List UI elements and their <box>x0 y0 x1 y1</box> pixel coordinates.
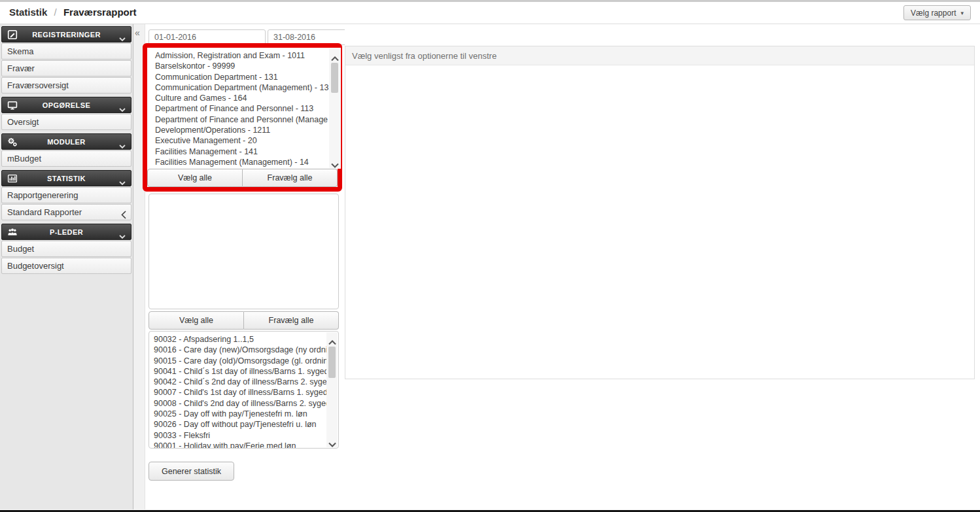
absence-code-option[interactable]: 90016 - Care day (new)/Omsorgsdage (ny o… <box>149 345 338 355</box>
section-title: REGISTRERINGER <box>2 31 131 39</box>
chevron-down-icon: ▾ <box>960 10 964 16</box>
scroll-down-icon[interactable] <box>328 438 336 443</box>
breadcrumb-separator: / <box>54 7 57 18</box>
secondary-listbox[interactable] <box>149 194 339 309</box>
sidebar-item-label: Standard Rapporter <box>7 207 82 217</box>
breadcrumb-section[interactable]: Statistik <box>9 7 47 18</box>
breadcrumb: Statistik / Fraværsrapport <box>9 7 137 18</box>
department-option[interactable]: Development/Operations - 1211 <box>150 125 341 135</box>
select-report-label: Vælg rapport <box>911 9 956 18</box>
department-option[interactable]: Admission, Registration and Exam - 1011 <box>150 50 341 61</box>
sidebar-item-fravaersoversigt[interactable]: Fraværsoversigt <box>1 77 131 94</box>
absence-code-option[interactable]: 90032 - Afspadsering 1..1,5 <box>149 334 338 345</box>
sidebar-item-label: Budgetoversigt <box>7 261 64 271</box>
department-option[interactable]: Culture and Games - 164 <box>150 93 341 103</box>
sidebar-item-oversigt[interactable]: Oversigt <box>1 114 131 130</box>
department-option[interactable]: Department of Finance and Personnel (Man… <box>150 114 341 125</box>
sidebar-item-budget[interactable]: Budget <box>1 241 131 257</box>
pencil-icon <box>7 29 18 40</box>
section-title: OPGØRELSE <box>2 101 131 109</box>
filter-column: Admission, Registration and Exam - 1011B… <box>145 24 345 509</box>
bar-chart-icon <box>7 173 18 184</box>
sidebar-item-fravaer[interactable]: Fravær <box>1 60 131 77</box>
sidebar-item-standard-rapporter[interactable]: Standard Rapporter <box>1 204 131 220</box>
sidebar-item-label: Rapportgenerering <box>7 190 78 200</box>
sidebar-item-mbudget[interactable]: mBudget <box>1 150 131 167</box>
absence-code-option[interactable]: 90001 - Holiday with pay/Ferie med løn <box>149 441 338 449</box>
department-option[interactable]: Facilities Management (Management) - 14 <box>150 157 341 167</box>
sidebar-section-moduler[interactable]: MODULER <box>1 133 131 150</box>
collapse-left-icon[interactable]: « <box>135 27 140 38</box>
select-all-secondary-button[interactable]: Vælg alle <box>149 311 244 330</box>
select-report-button[interactable]: Vælg rapport ▾ <box>903 5 971 20</box>
scrollbar[interactable] <box>326 332 338 447</box>
scrollbar[interactable] <box>329 48 340 168</box>
absence-code-option[interactable]: 90033 - Fleksfri <box>149 430 338 441</box>
absence-code-option[interactable]: 90015 - Care day (old)/Omsorgsdage (gl. … <box>149 356 338 366</box>
chevron-left-icon <box>121 209 126 220</box>
sidebar-section-opgoerelse[interactable]: OPGØRELSE <box>1 97 131 113</box>
sidebar-item-rapportgenerering[interactable]: Rapportgenerering <box>1 187 131 203</box>
section-title: P-LEDER <box>2 228 131 236</box>
sidebar-section-registreringer[interactable]: REGISTRERINGER <box>1 26 131 43</box>
sidebar-item-label: Fraværsoversigt <box>7 80 69 90</box>
sidebar-item-skema[interactable]: Skema <box>1 43 131 60</box>
scroll-up-icon[interactable] <box>331 52 339 58</box>
sidebar-section-p-leder[interactable]: P-LEDER <box>1 224 131 240</box>
scroll-down-icon[interactable] <box>331 159 339 164</box>
sidebar-item-label: mBudget <box>7 154 41 163</box>
absence-code-option[interactable]: 90008 - Child's 2nd day of illness/Barns… <box>149 398 338 409</box>
department-buttons: Vælg alle Fravælg alle <box>147 169 338 187</box>
section-title: STATISTIK <box>2 175 131 182</box>
topbar: Statistik / Fraværsrapport Vælg rapport … <box>0 2 980 24</box>
deselect-all-departments-button[interactable]: Fravælg alle <box>243 169 338 187</box>
department-option[interactable]: Communication Department (Management) - … <box>150 82 341 93</box>
sidebar-item-label: Oversigt <box>7 117 39 127</box>
absence-code-option[interactable]: 90042 - Child´s 2nd day of illness/Barns… <box>149 377 338 387</box>
absence-code-option[interactable]: 90007 - Child's 1st day of illness/Barns… <box>149 387 338 398</box>
absence-code-option[interactable]: 90041 - Child´s 1st day of illness/Barns… <box>149 366 338 377</box>
section-title: MODULER <box>2 138 131 146</box>
scrollbar-thumb[interactable] <box>331 63 338 93</box>
secondary-buttons: Vælg alle Fravælg alle <box>149 311 339 330</box>
department-listbox[interactable]: Admission, Registration and Exam - 1011B… <box>150 48 341 169</box>
sidebar-section-statistik[interactable]: STATISTIK <box>1 170 131 186</box>
deselect-all-secondary-button[interactable]: Fravælg alle <box>244 311 339 330</box>
content-area: Vælg venligst fra optionerne til venstre <box>345 24 980 509</box>
department-option[interactable]: Department of Finance and Personnel - 11… <box>150 103 341 114</box>
report-panel: Vælg venligst fra optionerne til venstre <box>345 46 975 379</box>
department-option[interactable]: Facilities Management - 141 <box>150 146 341 157</box>
report-panel-placeholder: Vælg venligst fra optionerne til venstre <box>345 46 974 65</box>
sidebar-item-budgetoversigt[interactable]: Budgetoversigt <box>1 258 131 274</box>
absence-code-listbox[interactable]: 90032 - Afspadsering 1..1,590016 - Care … <box>149 331 339 449</box>
monitor-icon <box>7 100 18 111</box>
sidebar-item-label: Skema <box>7 46 33 56</box>
select-all-departments-button[interactable]: Vælg alle <box>147 169 243 187</box>
sidebar: REGISTRERINGER Skema Fravær Fraværsovers… <box>0 24 133 509</box>
department-option[interactable]: Communication Department - 131 <box>150 72 341 82</box>
generate-statistics-button[interactable]: Generer statistik <box>149 462 234 481</box>
people-icon <box>7 227 18 237</box>
sidebar-item-label: Fravær <box>7 63 35 73</box>
page-title: Fraværsrapport <box>63 7 137 18</box>
department-option[interactable]: Barselskontor - 99999 <box>150 61 341 71</box>
scrollbar-thumb[interactable] <box>328 347 336 378</box>
department-option[interactable]: Executive Management - 20 <box>150 135 341 146</box>
gears-icon <box>7 137 18 147</box>
sidebar-item-label: Budget <box>7 244 34 254</box>
absence-code-option[interactable]: 90025 - Day off with pay/Tjenestefri m. … <box>149 409 338 419</box>
scroll-up-icon[interactable] <box>328 336 336 341</box>
highlight-red-box: Admission, Registration and Exam - 1011B… <box>143 43 342 192</box>
absence-code-option[interactable]: 90026 - Day off without pay/Tjenestefri … <box>149 419 338 430</box>
